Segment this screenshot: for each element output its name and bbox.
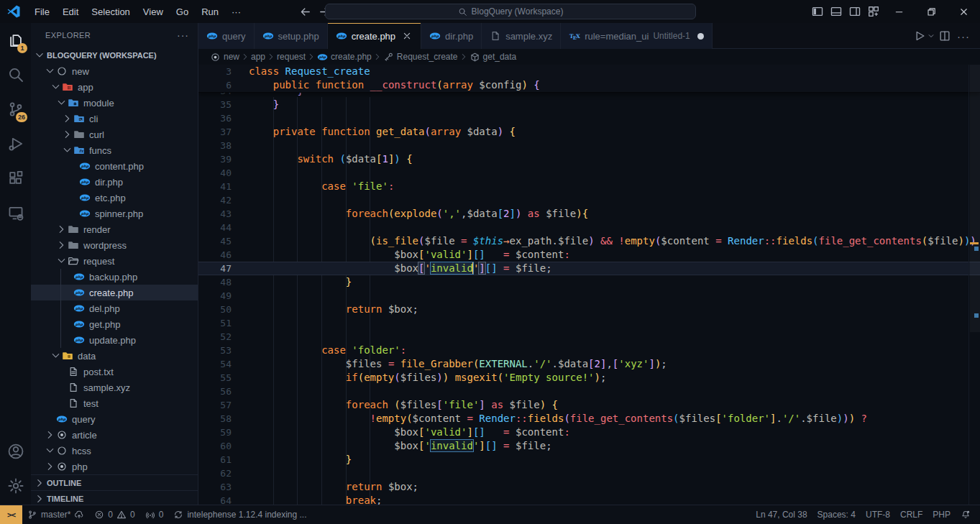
status-language-status[interactable]: intelephense 1.12.4 indexing ... — [168, 505, 311, 524]
status-branch[interactable]: master* — [22, 505, 89, 524]
remote-indicator[interactable]: >< — [0, 505, 22, 524]
tree-item-funcs[interactable]: fxfuncs — [31, 142, 198, 158]
menu-view[interactable]: View — [137, 4, 170, 20]
code-line-38[interactable]: 38 — [198, 139, 980, 152]
tab-setup-php[interactable]: phpsetup.php — [255, 23, 328, 49]
tree-item-wordpress[interactable]: wordpress — [31, 237, 198, 253]
code-line-64[interactable]: 64 break; — [198, 494, 980, 505]
code-line-46[interactable]: 46 $box['valid'][] = $content: — [198, 248, 980, 262]
tree-item-post-txt[interactable]: post.txt — [31, 364, 198, 380]
code-line-50[interactable]: 50 return $box; — [198, 303, 980, 316]
tree-item-module[interactable]: module — [31, 95, 198, 111]
split-editor-button[interactable] — [938, 29, 951, 42]
code-line-37[interactable]: 37 private function get_data(array $data… — [198, 125, 980, 139]
customize-layout-button[interactable] — [864, 2, 883, 21]
tree-item-get-php[interactable]: phpget.php — [31, 316, 198, 332]
code-line-34[interactable]: 34 } — [198, 93, 980, 98]
breadcrumb-item-app[interactable]: app — [251, 52, 265, 62]
activity-explorer[interactable]: 1 — [0, 23, 31, 58]
tab-dir-php[interactable]: phpdir.php — [421, 23, 482, 49]
tree-item-new[interactable]: new — [31, 63, 198, 79]
tab-dirty-indicator[interactable] — [697, 33, 704, 40]
explorer-more-actions-button[interactable]: ··· — [177, 29, 189, 41]
workspace-folder-header[interactable]: BLOGQUERY (WORKSPACE) — [31, 47, 198, 63]
code-line-42[interactable]: 42 — [198, 193, 980, 207]
tab-query[interactable]: phpquery — [198, 23, 255, 49]
code-line-54[interactable]: 54 $files = file_Grabber(EXTERNAL.'/'.$d… — [198, 357, 980, 371]
code-line-59[interactable]: 59 $box['valid'][] = $content: — [198, 426, 980, 439]
editor-scrollbar[interactable] — [968, 65, 980, 505]
code-line-53[interactable]: 53 case 'folder': — [198, 344, 980, 357]
status-indentation[interactable]: Spaces: 4 — [812, 505, 861, 524]
code-line-39[interactable]: 39 switch ($data[1]) { — [198, 152, 980, 166]
code-line-47[interactable]: 47 $box['invalid'][] = $file; — [198, 262, 980, 275]
menu-go[interactable]: Go — [170, 4, 195, 20]
tab-create-php[interactable]: phpcreate.php — [328, 23, 421, 49]
status-notifications[interactable] — [956, 505, 976, 524]
code-line-55[interactable]: 55 if(empty($files)) msgexit('Empty sour… — [198, 371, 980, 385]
tree-item-php[interactable]: php — [31, 459, 198, 474]
tree-item-hcss[interactable]: hcss — [31, 443, 198, 459]
status-encoding[interactable]: UTF-8 — [861, 505, 895, 524]
status-ports[interactable]: 0 — [140, 505, 169, 524]
activity-remote-explorer[interactable] — [0, 196, 31, 230]
tree-item-etc-php[interactable]: phpetc.php — [31, 190, 198, 206]
section-timeline[interactable]: TIMELINE — [31, 490, 198, 505]
activity-account[interactable] — [0, 434, 31, 469]
minimize-button[interactable] — [883, 0, 915, 23]
code-line-51[interactable]: 51 — [198, 316, 980, 330]
breadcrumb-item-get-data[interactable]: get_data — [470, 52, 517, 63]
menu-run[interactable]: Run — [195, 4, 225, 20]
tree-item-backup-php[interactable]: phpbackup.php — [31, 269, 198, 285]
menu-more[interactable]: ··· — [225, 4, 247, 20]
tree-item-curl[interactable]: curl — [31, 127, 198, 142]
tree-item-del-php[interactable]: phpdel.php — [31, 300, 198, 316]
activity-settings[interactable] — [0, 469, 31, 503]
tree-item-cli[interactable]: cli — [31, 111, 198, 127]
tree-item-query[interactable]: phpquery — [31, 411, 198, 427]
code-line-45[interactable]: 45 (is_file($file = $this→ex_path.$file)… — [198, 234, 980, 248]
command-center-search[interactable]: BlogQuery (Workspace) — [325, 4, 696, 19]
code-line-63[interactable]: 63 return $box; — [198, 480, 980, 494]
activity-extensions[interactable] — [0, 161, 31, 196]
status-cursor-position[interactable]: Ln 47, Col 38 — [751, 505, 812, 524]
activity-run-and-debug[interactable] — [0, 127, 31, 161]
tab-sample-xyz[interactable]: sample.xyz — [482, 23, 561, 49]
breadcrumb-item-create-php[interactable]: phpcreate.php — [317, 52, 372, 63]
close-window-button[interactable] — [948, 0, 980, 23]
code-line-40[interactable]: 40 — [198, 166, 980, 180]
status-language-mode[interactable]: PHP — [928, 505, 956, 524]
code-line-44[interactable]: 44 — [198, 221, 980, 234]
status-eol[interactable]: CRLF — [895, 505, 928, 524]
code-editor[interactable]: 3class Request_create6 public function _… — [198, 65, 980, 505]
activity-source-control[interactable]: 26 — [0, 92, 31, 127]
code-line-41[interactable]: 41 case 'file': — [198, 180, 980, 193]
code-line-3[interactable]: 3class Request_create — [198, 65, 980, 78]
section-outline[interactable]: OUTLINE — [31, 474, 198, 490]
scrollbar-thumb[interactable] — [970, 65, 980, 332]
code-line-62[interactable]: 62 — [198, 466, 980, 480]
code-line-6[interactable]: 6 public function __construct(array $con… — [198, 78, 980, 92]
code-line-52[interactable]: 52 — [198, 330, 980, 344]
editor-more-actions-button[interactable]: ··· — [954, 30, 973, 42]
tab-close-icon[interactable] — [401, 30, 413, 42]
tree-item-app[interactable]: app — [31, 79, 198, 95]
breadcrumb-item-new[interactable]: new — [210, 52, 239, 63]
toggle-secondary-sidebar-button[interactable] — [846, 2, 864, 21]
run-dropdown-chevron-icon[interactable] — [927, 32, 935, 40]
code-line-35[interactable]: 35 } — [198, 98, 980, 111]
tree-item-request[interactable]: request — [31, 253, 198, 269]
code-line-61[interactable]: 61 } — [198, 453, 980, 466]
tree-item-spinner-php[interactable]: phpspinner.php — [31, 206, 198, 221]
toggle-primary-sidebar-button[interactable] — [808, 2, 827, 21]
tree-item-render[interactable]: render — [31, 221, 198, 237]
toggle-panel-button[interactable] — [827, 2, 846, 21]
code-line-60[interactable]: 60 $box['invalid'][] = $file; — [198, 439, 980, 453]
status-problems[interactable]: 00 — [89, 505, 139, 524]
run-button[interactable] — [913, 29, 926, 42]
menu-file[interactable]: File — [28, 4, 56, 20]
code-line-43[interactable]: 43 foreach(explode(',',$data[2]) as $fil… — [198, 207, 980, 221]
menu-selection[interactable]: Selection — [85, 4, 136, 20]
tab-rule-median-ui[interactable]: TEXrule=median_uiUntitled-1 — [561, 23, 713, 49]
tree-item-content-php[interactable]: phpcontent.php — [31, 158, 198, 174]
